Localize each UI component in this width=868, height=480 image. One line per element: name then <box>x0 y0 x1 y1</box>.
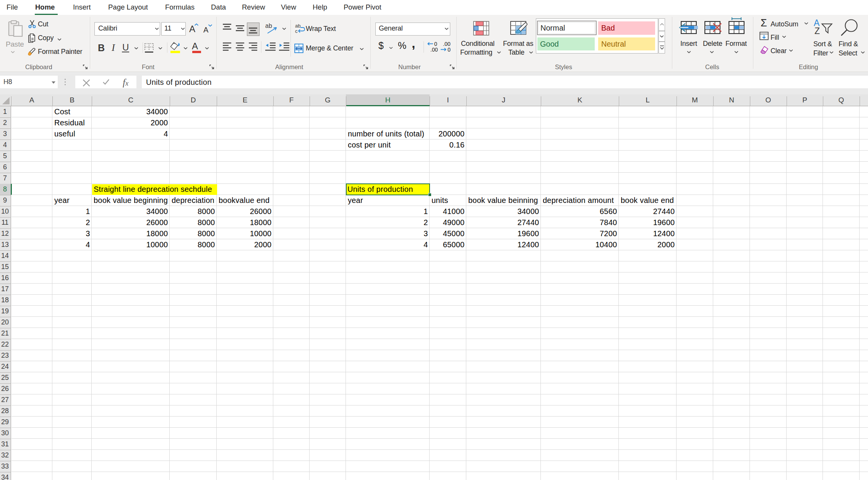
svg-text:ab: ab <box>295 23 300 29</box>
svg-text:.00: .00 <box>443 41 451 47</box>
svg-text:0: 0 <box>448 47 451 53</box>
svg-text:0: 0 <box>434 41 437 47</box>
svg-text:.00: .00 <box>430 47 438 53</box>
svg-text:c: c <box>295 28 298 34</box>
svg-text:ab: ab <box>265 23 272 29</box>
